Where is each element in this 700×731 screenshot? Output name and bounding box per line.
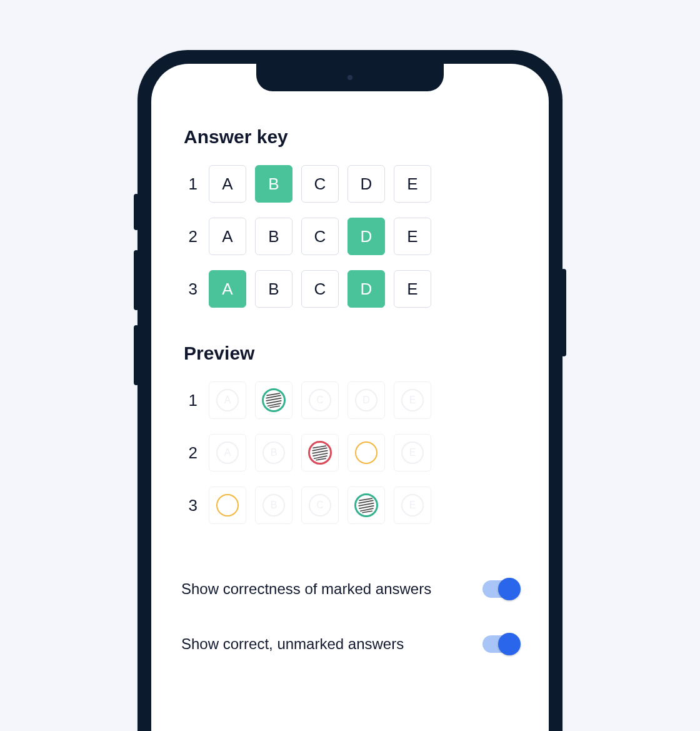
bubble-filled-green-icon [354,493,378,517]
answer-option-d[interactable]: D [348,165,385,203]
answer-option-c[interactable]: C [301,270,339,308]
setting-label: Show correctness of marked answers [181,580,431,598]
row-number: 2 [181,443,200,463]
setting-row: Show correctness of marked answers [181,580,519,598]
bubble-ghost-icon: A [216,389,239,411]
answer-option-c[interactable]: C [301,165,339,203]
preview-cell-c [301,434,339,471]
preview-row: 1ACDE [181,381,519,419]
toggle-knob-icon [498,633,521,655]
phone-frame: Answer key 1ABCDE2ABCDE3ABCDE Preview 1A… [138,50,562,731]
bubble-unmarked-yellow-icon [355,441,378,464]
bubble-ghost-icon: C [309,494,331,517]
row-number: 3 [181,496,200,515]
preview-cell-e: E [394,434,431,471]
bubble-ghost-icon: C [309,389,331,411]
bubble-ghost-icon: D [355,389,378,411]
preview-section: Preview 1ACDE2ABE3BCE [181,343,519,524]
answer-key-title: Answer key [184,126,519,148]
answer-option-d[interactable]: D [348,218,385,255]
answer-key-row: 2ABCDE [181,218,519,255]
phone-side-button [561,269,566,356]
answer-key-row: 1ABCDE [181,165,519,203]
setting-label: Show correct, unmarked answers [181,635,404,653]
setting-row: Show correct, unmarked answers [181,635,519,653]
toggle-knob-icon [498,578,521,600]
answer-option-b[interactable]: B [255,165,292,203]
answer-option-e[interactable]: E [394,270,431,308]
answer-option-b[interactable]: B [255,270,292,308]
preview-row: 2ABE [181,434,519,471]
row-number: 2 [181,227,200,246]
setting-toggle[interactable] [482,580,519,598]
settings-list: Show correctness of marked answersShow c… [181,580,519,653]
answer-option-c[interactable]: C [301,218,339,255]
answer-option-a[interactable]: A [209,218,246,255]
preview-cell-a: A [209,434,246,471]
bubble-ghost-icon: E [401,389,424,411]
phone-side-button [134,194,139,230]
preview-cell-b: B [255,434,292,471]
answer-option-a[interactable]: A [209,165,246,203]
preview-cell-d [348,486,385,524]
preview-title: Preview [184,343,519,364]
preview-cell-e: E [394,381,431,419]
row-number: 1 [181,174,200,194]
phone-side-button [134,250,139,310]
row-number: 3 [181,280,200,299]
preview-row: 3BCE [181,486,519,524]
preview-cell-a [209,486,246,524]
row-number: 1 [181,391,200,410]
preview-cell-d: D [348,381,385,419]
bubble-filled-red-icon [308,441,332,465]
preview-cell-a: A [209,381,246,419]
answer-key-section: Answer key 1ABCDE2ABCDE3ABCDE [181,126,519,308]
bubble-ghost-icon: B [262,494,285,517]
bubble-unmarked-yellow-icon [216,494,239,517]
preview-cell-b [255,381,292,419]
bubble-ghost-icon: B [262,441,285,464]
answer-key-row: 3ABCDE [181,270,519,308]
preview-cell-d [348,434,385,471]
bubble-ghost-icon: A [216,441,239,464]
answer-key-grid: 1ABCDE2ABCDE3ABCDE [181,165,519,308]
phone-screen: Answer key 1ABCDE2ABCDE3ABCDE Preview 1A… [151,64,549,731]
bubble-ghost-icon: E [401,441,424,464]
bubble-filled-green-icon [262,388,286,412]
preview-grid: 1ACDE2ABE3BCE [181,381,519,524]
answer-option-e[interactable]: E [394,165,431,203]
phone-side-button [134,325,139,385]
answer-option-e[interactable]: E [394,218,431,255]
bubble-ghost-icon: E [401,494,424,517]
phone-notch [256,64,444,91]
answer-option-d[interactable]: D [348,270,385,308]
answer-option-b[interactable]: B [255,218,292,255]
preview-cell-c: C [301,381,339,419]
answer-option-a[interactable]: A [209,270,246,308]
preview-cell-e: E [394,486,431,524]
setting-toggle[interactable] [482,635,519,653]
preview-cell-b: B [255,486,292,524]
preview-cell-c: C [301,486,339,524]
